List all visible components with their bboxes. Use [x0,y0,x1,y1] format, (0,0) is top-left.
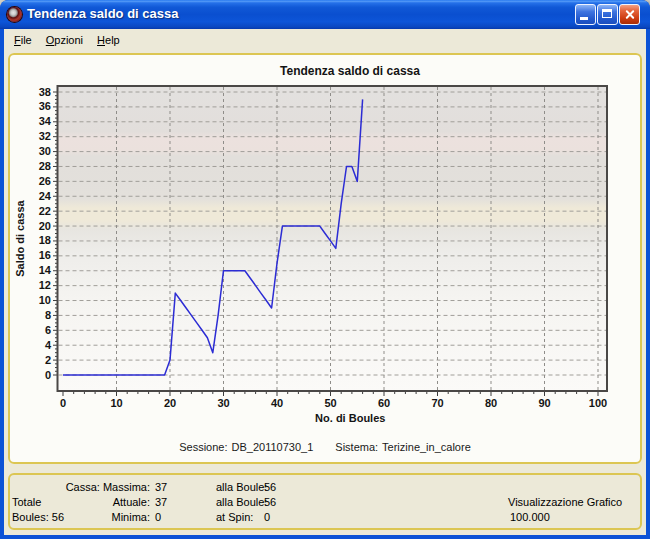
svg-text:Saldo di cassa: Saldo di cassa [14,199,26,276]
massima-at-value: 56 [264,481,276,493]
visualizzazione-label: Visualizzazione Grafico [508,496,622,508]
svg-text:14: 14 [39,264,52,276]
massima-value: 37 [155,481,167,493]
visualizzazione-value: 100.000 [510,511,550,523]
svg-text:8: 8 [45,309,51,321]
cassa-massima-label: Cassa: Massima: [26,481,150,493]
attuale-value: 37 [155,496,167,508]
stats-panel: Totale Boules: 56 Cassa: Massima: Attual… [8,473,642,530]
svg-text:30: 30 [39,145,51,157]
svg-text:100: 100 [589,397,607,409]
minimize-button[interactable] [575,4,596,25]
svg-text:24: 24 [39,190,52,202]
svg-text:30: 30 [217,397,229,409]
menu-opzioni[interactable]: Opzioni [39,32,90,48]
session-value: DB_20110730_1 [232,441,314,453]
menu-file[interactable]: File [7,32,39,48]
svg-text:0: 0 [60,397,66,409]
svg-text:16: 16 [39,249,51,261]
massima-at-label: alla Boule: [216,481,267,493]
svg-text:36: 36 [39,100,51,112]
chart-footer: Sessione:DB_20110730_1Sistema:Terizine_i… [8,441,642,453]
svg-text:60: 60 [378,397,390,409]
svg-text:No. di Boules: No. di Boules [315,412,385,424]
svg-text:4: 4 [45,339,52,351]
svg-text:6: 6 [45,324,51,336]
minima-label: Minima: [26,511,150,523]
svg-text:38: 38 [39,86,51,98]
svg-text:90: 90 [538,397,550,409]
svg-text:10: 10 [39,294,51,306]
window-title: Tendenza saldo di cassa [27,6,178,21]
svg-text:2: 2 [45,354,51,366]
svg-text:22: 22 [39,205,51,217]
attuale-at-label: alla Boule: [216,496,267,508]
chart-panel: Tendenza saldo di cassa 0102030405060708… [8,53,642,464]
maximize-icon [602,9,612,18]
close-icon [625,10,634,19]
svg-text:40: 40 [271,397,283,409]
app-window: Tendenza saldo di cassa File Opzioni Hel… [0,0,650,539]
attuale-label: Attuale: [26,496,150,508]
roulette-ball-icon [7,7,22,22]
svg-text:12: 12 [39,279,51,291]
window-controls [575,4,640,25]
attuale-at-value: 56 [264,496,276,508]
svg-text:50: 50 [324,397,336,409]
svg-text:80: 80 [485,397,497,409]
svg-text:70: 70 [431,397,443,409]
maximize-button[interactable] [597,4,618,25]
svg-text:28: 28 [39,160,51,172]
minima-at-value: 0 [264,511,270,523]
minima-value: 0 [155,511,161,523]
line-chart: 0102030405060708090100024681012141618202… [8,53,642,464]
minimize-icon [580,17,588,20]
svg-text:0: 0 [45,369,51,381]
svg-text:20: 20 [39,220,51,232]
svg-text:32: 32 [39,130,51,142]
svg-text:20: 20 [164,397,176,409]
titlebar: Tendenza saldo di cassa [0,0,650,29]
session-label: Sessione: [179,441,227,453]
system-value: Terizine_in_calore [382,441,471,453]
svg-text:26: 26 [39,175,51,187]
close-button[interactable] [619,4,640,25]
svg-text:18: 18 [39,234,51,246]
menubar: File Opzioni Help [4,29,646,50]
minima-at-label: at Spin: [216,511,253,523]
menu-help[interactable]: Help [90,32,127,48]
svg-text:34: 34 [39,115,52,127]
system-label: Sistema: [335,441,378,453]
svg-text:10: 10 [110,397,122,409]
